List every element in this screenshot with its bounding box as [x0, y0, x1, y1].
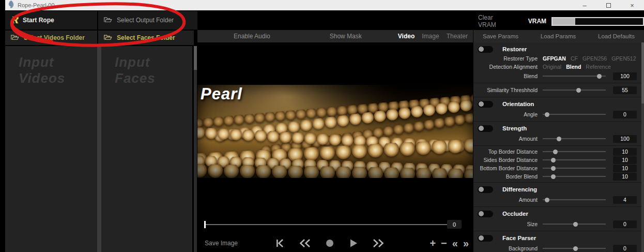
select-output-folder-button[interactable]: Select Output Folder — [98, 11, 197, 29]
title-bar: Rope-Pearl-00 – × — [5, 0, 644, 10]
detection-alignment-label: Detection Alignment — [473, 64, 538, 70]
step-forward-icon[interactable]: » — [463, 238, 469, 248]
save-image-button[interactable]: Save Image — [205, 240, 238, 247]
bottom-border-label: Bottom Border Distance — [473, 165, 538, 171]
similarity-slider[interactable] — [543, 90, 606, 91]
zoom-out-icon[interactable]: − — [441, 238, 447, 248]
transport-controls: Save Image + − « » — [197, 234, 473, 252]
differencing-amount-label: Amount — [473, 197, 538, 203]
input-videos-placeholder: Input Videos — [5, 46, 97, 86]
mode-image[interactable]: Image — [422, 33, 439, 40]
close-button[interactable]: × — [620, 0, 644, 10]
load-defaults-button[interactable]: Load Defaults — [598, 33, 635, 39]
toggle-knob — [479, 187, 484, 192]
input-videos-panel[interactable]: Input Videos — [5, 46, 97, 252]
select-videos-folder-button[interactable]: Select Videos Folder — [5, 31, 97, 45]
play-icon[interactable] — [348, 238, 359, 248]
slider-knob[interactable] — [573, 246, 578, 251]
differencing-amount-slider[interactable] — [543, 199, 606, 200]
minimize-button[interactable]: – — [573, 0, 596, 10]
start-rope-label: Start Rope — [23, 17, 54, 24]
restorer-section: Restorer Restorer Type GFPGAN CF GPEN256… — [473, 42, 644, 83]
input-faces-panel[interactable]: Input Faces — [101, 46, 192, 252]
strength-amount-slider[interactable] — [543, 138, 606, 139]
params-scrollbar[interactable] — [641, 42, 644, 252]
border-blend-value: 10 — [613, 173, 637, 181]
strength-toggle[interactable] — [478, 125, 493, 132]
face-parser-toggle[interactable] — [478, 235, 493, 242]
minimize-icon: – — [582, 2, 586, 9]
top-border-value: 10 — [613, 148, 637, 156]
load-params-button[interactable]: Load Params — [541, 33, 576, 39]
restorer-type-gfpgan[interactable]: GFPGAN — [543, 55, 566, 62]
angle-value: 0 — [613, 111, 637, 118]
show-mask-button[interactable]: Show Mask — [325, 33, 367, 40]
slider-knob[interactable] — [551, 166, 556, 171]
blend-slider[interactable] — [543, 76, 606, 77]
input-faces-placeholder: Input Faces — [101, 46, 192, 86]
vram-meter-fill — [553, 18, 575, 25]
restorer-type-gpen256[interactable]: GPEN256 — [582, 55, 607, 62]
timeline-track[interactable] — [205, 224, 448, 225]
save-params-button[interactable]: Save Params — [483, 33, 518, 39]
alignment-original[interactable]: Original — [543, 64, 561, 70]
enable-audio-button[interactable]: Enable Audio — [228, 33, 275, 40]
occluder-size-label: Size — [473, 221, 538, 227]
slider-knob[interactable] — [597, 74, 602, 79]
alignment-blend[interactable]: Blend — [566, 64, 581, 70]
clear-vram-button[interactable]: Clear VRAM — [478, 14, 510, 28]
alignment-reference[interactable]: Reference — [586, 64, 610, 70]
bottom-border-value: 10 — [613, 165, 637, 172]
app-window: Rope-Pearl-00 – × R Start Rope Select Ou… — [0, 0, 644, 252]
slider-knob[interactable] — [551, 174, 556, 179]
top-border-slider[interactable] — [543, 151, 606, 152]
differencing-amount-value: 4 — [613, 196, 637, 204]
skip-to-start-icon[interactable] — [275, 238, 285, 248]
step-back-icon[interactable]: « — [452, 238, 458, 248]
record-icon[interactable] — [325, 238, 335, 248]
background-label: Background — [473, 245, 538, 251]
differencing-toggle[interactable] — [478, 186, 493, 193]
angle-slider[interactable] — [543, 114, 606, 115]
folder-open-icon — [10, 34, 19, 42]
restorer-type-gpen512[interactable]: GPEN512 — [611, 55, 636, 62]
scrollbar-thumb[interactable] — [641, 42, 644, 103]
differencing-section: Differencing Amount 4 — [473, 182, 644, 206]
restorer-toggle[interactable] — [478, 46, 493, 53]
folder-open-icon — [103, 16, 112, 25]
face-parser-section: Face Parser Background 0 Mouth 0 — [473, 231, 644, 252]
slider-knob[interactable] — [553, 150, 558, 154]
orientation-toggle[interactable] — [478, 101, 493, 108]
maximize-icon — [606, 3, 611, 8]
panel-divider — [97, 46, 101, 252]
occluder-toggle[interactable] — [478, 211, 493, 217]
border-blend-label: Border Blend — [473, 173, 538, 180]
rewind-icon[interactable] — [299, 238, 311, 248]
occluder-title: Occluder — [502, 211, 528, 217]
vram-meter — [551, 17, 644, 26]
similarity-value: 55 — [613, 86, 637, 94]
mode-theater[interactable]: Theater — [447, 33, 468, 40]
mode-video[interactable]: Video — [398, 33, 415, 40]
slider-knob[interactable] — [576, 88, 581, 93]
start-rope-button[interactable]: R Start Rope — [5, 11, 97, 29]
slider-knob[interactable] — [573, 222, 578, 227]
scrollbar-thumb[interactable] — [194, 46, 197, 70]
slider-knob[interactable] — [545, 198, 549, 202]
restorer-type-label: Restorer Type — [473, 55, 538, 62]
slider-knob[interactable] — [551, 158, 556, 162]
restorer-type-cf[interactable]: CF — [571, 55, 578, 62]
orientation-title: Orientation — [502, 101, 534, 107]
strength-section: Strength Amount 100 — [473, 121, 644, 145]
zoom-in-icon[interactable]: + — [430, 238, 436, 248]
faces-scrollbar[interactable] — [194, 46, 197, 252]
video-preview[interactable]: Pearl — [197, 85, 473, 178]
angle-label: Angle — [473, 111, 538, 117]
occluder-section: Occluder Size 0 — [473, 206, 644, 231]
select-faces-folder-button[interactable]: Select Faces Folder — [98, 31, 194, 45]
timeline-handle[interactable] — [204, 221, 206, 228]
maximize-button[interactable] — [596, 0, 620, 10]
fast-forward-icon[interactable] — [372, 238, 385, 248]
slider-knob[interactable] — [545, 112, 549, 117]
slider-knob[interactable] — [557, 137, 561, 141]
